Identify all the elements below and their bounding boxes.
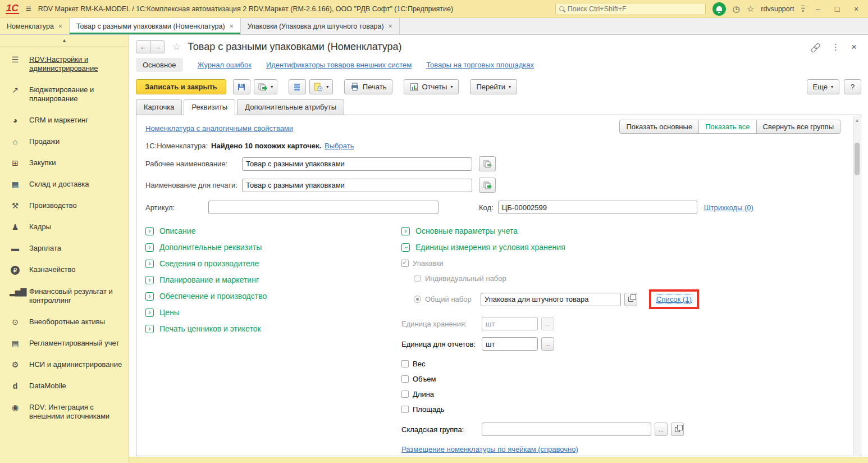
close-tab-icon[interactable]: × xyxy=(230,22,234,30)
service-menu-icon[interactable]: ≡ ▾ xyxy=(801,5,805,13)
collapse-groups-button[interactable]: Свернуть все группы xyxy=(756,120,840,134)
tab-additional-attributes[interactable]: Дополнительные атрибуты xyxy=(237,99,344,115)
sidebar-item-production[interactable]: ⚒ Производство xyxy=(0,195,129,216)
copy-print-name-button[interactable] xyxy=(479,178,496,193)
tab-packages[interactable]: Упаковки (Упаковка для штучного товара) … xyxy=(241,18,400,34)
sidebar-item-purchases[interactable]: ⊞ Закупки xyxy=(0,152,129,174)
goto-button[interactable]: Перейти ▾ xyxy=(470,79,517,94)
print-name-input[interactable] xyxy=(242,179,472,192)
section-units-storage[interactable]: › Единицы измерения и условия хранения xyxy=(401,239,851,256)
help-button[interactable]: ? xyxy=(844,79,861,94)
open-shared-set-button[interactable] xyxy=(624,293,637,306)
save-button[interactable] xyxy=(233,79,250,94)
main-menu-icon[interactable]: ≡ xyxy=(26,3,31,15)
section-additional-requisites[interactable]: › Дополнительные реквизиты xyxy=(145,239,401,256)
warehouse-group-input[interactable] xyxy=(482,423,651,436)
reports-button[interactable]: Отчеты ▾ xyxy=(404,79,459,94)
volume-checkbox[interactable] xyxy=(401,375,409,383)
warehouse-group-open-button[interactable] xyxy=(671,423,684,436)
sidebar-item-fin-result[interactable]: ▂▅▇ Финансовый результат и контроллинг xyxy=(0,281,129,311)
storage-unit-input xyxy=(482,317,538,330)
sidebar-item-regulated-accounting[interactable]: ▤ Регламентированный учет xyxy=(0,333,129,354)
sidebar-item-fixed-assets[interactable]: ⊙ Внеоборотные активы xyxy=(0,311,129,333)
section-main-accounting-params[interactable]: › Основные параметры учета xyxy=(401,223,851,239)
warehouse-group-select-button[interactable]: ... xyxy=(655,423,668,436)
nav-forward-button[interactable]: → xyxy=(150,40,165,53)
section-supply-production[interactable]: › Обеспечение и производство xyxy=(145,288,401,305)
similar-properties-link[interactable]: Номенклатура с аналогичными свойствами xyxy=(145,124,293,133)
close-tab-icon[interactable]: × xyxy=(389,22,392,30)
working-name-input[interactable] xyxy=(242,157,472,171)
placement-by-cells-link[interactable]: Размещение номенклатуры по ячейкам (спра… xyxy=(401,445,578,453)
nav-link-main[interactable]: Основное xyxy=(136,58,183,72)
tab-card[interactable]: Карточка xyxy=(136,99,182,115)
save-and-close-button[interactable]: Записать и закрыть xyxy=(136,79,226,94)
sidebar-item-datamobile[interactable]: d DataMobile xyxy=(0,375,129,397)
printer-icon xyxy=(350,83,359,91)
scrollbar-thumb[interactable] xyxy=(855,143,860,175)
sidebar-item-nsi-admin[interactable]: ⚙ НСИ и администрирование xyxy=(0,354,129,375)
report-unit-select-button[interactable]: ... xyxy=(541,337,554,351)
sidebar-item-treasury[interactable]: ₽ Казначейство xyxy=(0,259,129,281)
barcodes-link[interactable]: Штрихкоды (0) xyxy=(704,203,753,212)
weight-checkbox[interactable] xyxy=(401,360,409,367)
show-all-button[interactable]: Показать все xyxy=(698,120,756,134)
maximize-button[interactable]: □ xyxy=(831,4,843,13)
show-main-button[interactable]: Показать основные xyxy=(619,120,699,134)
article-input[interactable] xyxy=(208,201,438,214)
form-nav-links: Основное Журнал ошибок Идентификаторы то… xyxy=(129,55,868,76)
history-icon[interactable]: ◷ xyxy=(733,4,740,14)
tab-requisites[interactable]: Реквизиты xyxy=(184,99,235,115)
favorites-star-icon[interactable]: ☆ xyxy=(747,4,754,14)
sidebar-item-salary[interactable]: ▬ Зарплата xyxy=(0,238,129,259)
area-checkbox[interactable] xyxy=(401,406,409,413)
sidebar-item-rdv-settings[interactable]: ☰ RDV:Настройки и администрирование xyxy=(0,49,129,79)
sidebar-item-crm[interactable]: ◕ CRM и маркетинг xyxy=(0,110,129,131)
panel-scrollbar[interactable]: ▲ xyxy=(853,116,860,455)
sidebar-item-hr[interactable]: ♟ Кадры xyxy=(0,216,129,238)
shared-set-input[interactable] xyxy=(481,293,621,306)
tab-nomenclature[interactable]: Номенклатура × xyxy=(0,18,70,34)
length-checkbox[interactable] xyxy=(401,391,409,398)
get-link-icon[interactable] xyxy=(807,39,822,54)
sidebar-scroll-up[interactable]: ▲ xyxy=(0,35,129,47)
sections-sidebar: ▲ ☰ RDV:Настройки и администрирование ↗ … xyxy=(0,35,129,463)
sidebar-item-rdv-integration[interactable]: ◉ RDV: Интеграция с внешними источниками xyxy=(0,397,129,427)
section-prices[interactable]: › Цены xyxy=(145,305,401,321)
section-manufacturer-info[interactable]: › Сведения о производителе xyxy=(145,256,401,272)
list-stack-icon xyxy=(293,83,301,92)
close-tab-icon[interactable]: × xyxy=(58,22,62,30)
structure-button[interactable] xyxy=(289,79,306,94)
history-actions-button[interactable]: ▾ xyxy=(309,79,333,94)
print-button[interactable]: Печать xyxy=(344,79,393,94)
packages-list-link[interactable]: Список (1) xyxy=(656,295,692,303)
section-description[interactable]: › Описание xyxy=(145,223,401,239)
close-window-button[interactable]: × xyxy=(850,4,862,13)
current-user[interactable]: rdvsupport xyxy=(761,5,794,13)
notifications-button[interactable] xyxy=(712,2,726,16)
code-input[interactable] xyxy=(498,201,697,214)
global-search[interactable] xyxy=(555,3,706,15)
copy-name-button[interactable] xyxy=(479,156,496,171)
nav-link-error-log[interactable]: Журнал ошибок xyxy=(198,61,252,69)
copy-actions-button[interactable]: ▾ xyxy=(254,79,277,94)
choose-link[interactable]: Выбрать xyxy=(325,142,354,150)
sidebar-item-warehouse[interactable]: ▦ Склад и доставка xyxy=(0,174,129,195)
minimize-button[interactable]: – xyxy=(812,4,824,13)
scroll-up-icon[interactable]: ▲ xyxy=(854,116,860,123)
close-form-icon[interactable]: × xyxy=(851,42,857,53)
nav-link-external-ids[interactable]: Идентификаторы товаров внешних систем xyxy=(266,61,412,69)
right-sections-column: › Основные параметры учета › Единицы изм… xyxy=(401,223,851,456)
nav-link-marketplaces[interactable]: Товары на торговых площадках xyxy=(426,61,534,69)
favorite-star-icon[interactable]: ☆ xyxy=(172,41,181,53)
section-planning-marketing[interactable]: › Планирование и маркетинг xyxy=(145,272,401,288)
sidebar-item-sales[interactable]: ⌂ Продажи xyxy=(0,131,129,152)
tab-product-with-packages[interactable]: Товар с разными упаковками (Номенклатура… xyxy=(70,18,241,34)
search-input[interactable] xyxy=(568,5,702,13)
more-button[interactable]: Еще ▾ xyxy=(807,79,839,94)
section-price-tags[interactable]: › Печать ценников и этикеток xyxy=(145,321,401,337)
nav-back-button[interactable]: ← xyxy=(136,40,150,53)
sidebar-item-budgeting[interactable]: ↗ Бюджетирование и планирование xyxy=(0,79,129,110)
report-unit-input[interactable] xyxy=(482,337,538,351)
more-options-icon[interactable]: ⋮ xyxy=(832,42,840,52)
